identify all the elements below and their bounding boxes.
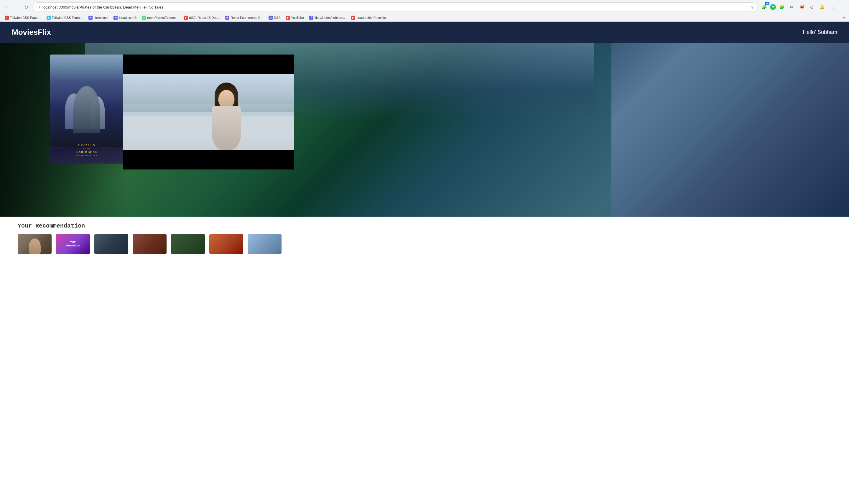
bookmark-react-das[interactable]: ▶ (632) React JS Das... [181, 15, 222, 21]
browser-toolbar: ← → ↻ 🛡 ☆ 🧩 36 M 🧩 ✏ 🦊 ⊙ 🔔 ⬚ ⋮ [0, 0, 849, 14]
bookmark-file[interactable]: f file:///Users/subham... [307, 15, 348, 21]
hero-content: PIRATES of the CARIBBEAN DEAD MEN TELL N… [0, 43, 849, 217]
app-header: MoviesFlix Hello' Subham [0, 22, 849, 43]
tailwind-page-favicon: T [5, 16, 9, 20]
video-frame [123, 74, 294, 150]
bookmark-headlessui[interactable]: H Headless UI [111, 15, 139, 21]
phantom-card-content: THEPHANTOM [56, 234, 90, 254]
rec-movie-card-6[interactable] [209, 234, 243, 254]
extension-puzzle-icon[interactable]: 🧩 [778, 3, 786, 11]
phantom-text: THEPHANTOM [66, 241, 79, 247]
heroicons-favicon: H [88, 16, 93, 20]
bookmark-file-label: file:///Users/subham... [314, 16, 346, 19]
bookmark-react-das-label: (632) React JS Das... [189, 16, 220, 19]
mern-favicon: m [142, 16, 146, 20]
address-bar[interactable]: 🛡 ☆ [32, 2, 758, 12]
recommendations-title: Your Recommendation [18, 222, 831, 229]
recommendations-section: Your Recommendation THEPHANTOM [0, 217, 849, 260]
alert-icon[interactable]: 🔔 [818, 3, 826, 11]
recommendations-list: THEPHANTOM [18, 234, 831, 254]
bookmarks-bar: T Tailwind CSS Page ... T Tailwind CSS T… [0, 14, 849, 21]
headlessui-favicon: H [113, 16, 118, 20]
poster-title-text: PIRATES [75, 143, 98, 147]
bookmark-youtube-label: YouTube [291, 16, 304, 19]
bookmark-leadership-label: Leadership Principle [356, 16, 386, 19]
tailwind-templ-favicon: T [47, 16, 51, 20]
url-input[interactable] [42, 5, 747, 10]
extension-count-badge: 36 [765, 2, 770, 5]
bookmark-heroicons-label: Heroicons [94, 16, 108, 19]
rec-movie-card-3[interactable] [94, 234, 128, 254]
security-icon: 🛡 [36, 5, 40, 10]
bookmark-dsa-label: DSA [274, 16, 281, 19]
extensions-button[interactable]: 🧩 36 [760, 3, 768, 11]
bookmark-dsa[interactable]: D DSA [266, 15, 283, 21]
movie-poster[interactable]: PIRATES of the CARIBBEAN DEAD MEN TELL N… [50, 55, 123, 164]
app-greeting: Hello' Subham [803, 29, 837, 35]
extension-pieces-icon[interactable]: ⬚ [828, 3, 836, 11]
rec-movie-card-1[interactable] [18, 234, 52, 254]
video-top-bar [123, 55, 294, 74]
bookmark-youtube[interactable]: ▶ YouTube [284, 15, 306, 21]
bookmark-star-icon[interactable]: ☆ [749, 4, 754, 10]
poster-characters [50, 55, 123, 147]
hero-section: PIRATES of the CARIBBEAN DEAD MEN TELL N… [0, 43, 849, 217]
bookmark-headlessui-label: Headless UI [119, 16, 137, 19]
bookmark-tailwind-page[interactable]: T Tailwind CSS Page ... [2, 15, 43, 21]
react-das-favicon: ▶ [184, 16, 188, 20]
bookmark-tailwind-templ[interactable]: T Tailwind CSS Templ... [44, 15, 86, 21]
react-ecomm-favicon: R [225, 16, 229, 20]
video-player[interactable]: × [123, 55, 294, 169]
bookmarks-more-button[interactable]: » [841, 15, 847, 21]
back-button[interactable]: ← [3, 3, 11, 11]
bookmark-tailwind-templ-label: Tailwind CSS Templ... [52, 16, 83, 19]
menu-button[interactable]: ⋮ [838, 3, 846, 11]
rec-movie-card-5[interactable] [171, 234, 205, 254]
reload-button[interactable]: ↻ [22, 3, 30, 11]
leadership-favicon: ▶ [351, 16, 355, 20]
poster-title-caribbean: of the [75, 147, 98, 150]
bookmark-mern[interactable]: m mernProjectEcomm... [140, 15, 181, 21]
bookmark-tailwind-page-label: Tailwind CSS Page ... [10, 16, 41, 19]
bookmark-mern-label: mernProjectEcomm... [147, 16, 178, 19]
video-character [197, 83, 256, 150]
bookmark-heroicons[interactable]: H Heroicons [86, 15, 111, 21]
nav-buttons: ← → ↻ [3, 3, 30, 11]
browser-actions: 🧩 36 M 🧩 ✏ 🦊 ⊙ 🔔 ⬚ ⋮ [760, 3, 846, 11]
youtube-favicon: ▶ [286, 16, 290, 20]
edit-icon[interactable]: ✏ [788, 3, 796, 11]
video-controls-bar[interactable] [123, 150, 294, 169]
app-logo[interactable]: MoviesFlix [12, 28, 51, 37]
bookmark-leadership[interactable]: ▶ Leadership Principle [349, 15, 388, 21]
circle-icon[interactable]: ⊙ [808, 3, 816, 11]
browser-chrome: ← → ↻ 🛡 ☆ 🧩 36 M 🧩 ✏ 🦊 ⊙ 🔔 ⬚ ⋮ T T [0, 0, 849, 22]
fox-icon[interactable]: 🦊 [798, 3, 806, 11]
bookmark-react-ecomm-label: React Ecommerce C... [231, 16, 263, 19]
forward-button[interactable]: → [12, 3, 21, 11]
rec-movie-card-4[interactable] [133, 234, 166, 254]
file-favicon: f [309, 16, 313, 20]
profile-icon[interactable]: M [770, 4, 776, 10]
rec-movie-card-7[interactable] [248, 234, 282, 254]
bookmark-react-ecomm[interactable]: R React Ecommerce C... [223, 15, 266, 21]
rec-movie-card-2[interactable]: THEPHANTOM [56, 234, 90, 254]
poster-caribbean: CARIBBEAN [75, 150, 98, 154]
poster-image: PIRATES of the CARIBBEAN DEAD MEN TELL N… [50, 55, 123, 164]
poster-subtitle-text: DEAD MEN TELL NO TALES [75, 155, 98, 156]
dsa-favicon: D [269, 16, 273, 20]
